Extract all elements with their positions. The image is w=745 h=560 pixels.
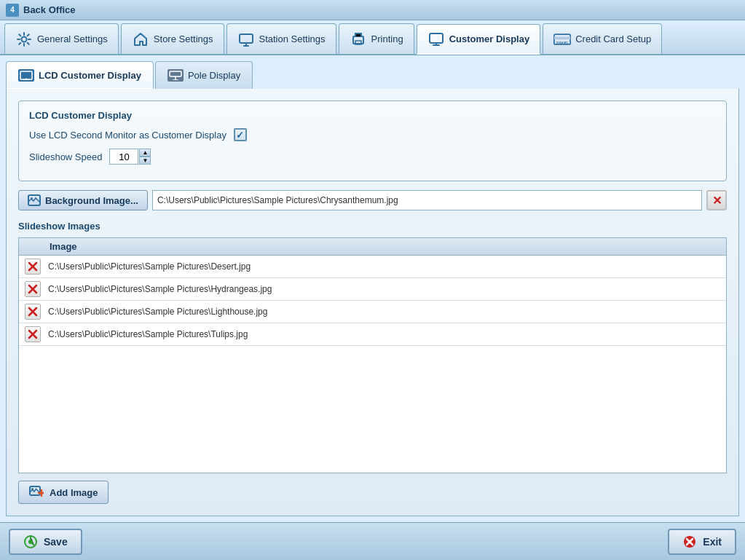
tab-customer-display-label: Customer Display [449, 33, 530, 44]
svg-rect-2 [353, 36, 363, 44]
svg-rect-3 [355, 41, 361, 44]
add-image-icon [29, 486, 44, 499]
tab-store-label: Store Settings [154, 33, 213, 44]
table-row: C:\Users\Public\Pictures\Sample Pictures… [19, 278, 726, 301]
exit-button[interactable]: Exit [668, 529, 736, 555]
app-title: Back Office [23, 4, 76, 15]
svg-text:MC: MC [564, 41, 569, 44]
monitor-icon [427, 31, 445, 48]
add-image-label: Add Image [50, 487, 98, 498]
sub-tab-pole[interactable]: Pole Display [155, 61, 253, 89]
save-label: Save [44, 536, 68, 548]
slideshow-speed-spinbox: 10 ▲ ▼ [109, 149, 151, 165]
tab-general-settings[interactable]: General Settings [4, 23, 119, 54]
svg-point-18 [28, 540, 33, 544]
tab-station-label: Station Settings [259, 33, 326, 44]
row-path-2: C:\Users\Public\Pictures\Sample Pictures… [48, 307, 267, 317]
svg-point-0 [22, 36, 27, 42]
delete-x-icon [28, 261, 38, 272]
lcd-icon [18, 69, 34, 82]
slideshow-speed-label: Slideshow Speed [29, 151, 102, 162]
gear-icon [15, 31, 33, 48]
background-image-row: Background Image... ✕ [18, 190, 727, 210]
content-area: LCD Customer Display Pole Display LCD Cu… [0, 55, 745, 522]
lcd-checkbox-row: Use LCD Second Monitor as Customer Displ… [29, 128, 716, 141]
lcd-checkbox-label: Use LCD Second Monitor as Customer Displ… [29, 130, 226, 141]
delete-row-button-0[interactable] [25, 259, 41, 275]
exit-label: Exit [703, 536, 722, 548]
save-icon [23, 535, 38, 549]
lcd-checkbox[interactable] [234, 128, 247, 141]
tab-credit-card-label: Credit Card Setup [575, 33, 651, 44]
sub-tabs: LCD Customer Display Pole Display [6, 61, 739, 89]
add-image-button[interactable]: Add Image [18, 481, 109, 504]
delete-x-icon [28, 307, 38, 317]
tab-store-settings[interactable]: Store Settings [121, 23, 224, 54]
nav-tabs: General Settings Store Settings Station … [0, 20, 745, 55]
image-icon [28, 194, 41, 206]
svg-rect-6 [554, 36, 570, 39]
table-row: C:\Users\Public\Pictures\Sample Pictures… [19, 256, 726, 278]
save-button[interactable]: Save [9, 529, 82, 555]
slideshow-table-body: C:\Users\Public\Pictures\Sample Pictures… [19, 256, 726, 460]
sub-tab-lcd[interactable]: LCD Customer Display [6, 61, 154, 89]
tab-credit-card-setup[interactable]: VISAMC Credit Card Setup [543, 23, 662, 54]
station-icon [237, 31, 255, 48]
table-header: Image [19, 238, 726, 256]
spinbox-down[interactable]: ▼ [139, 157, 151, 165]
table-row: C:\Users\Public\Pictures\Sample Pictures… [19, 301, 726, 323]
main-panel: LCD Customer Display Use LCD Second Moni… [6, 89, 739, 516]
sub-tab-pole-label: Pole Display [188, 70, 240, 81]
row-path-0: C:\Users\Public\Pictures\Sample Pictures… [48, 261, 251, 272]
printer-icon [350, 31, 367, 48]
delete-x-icon [28, 329, 38, 339]
table-row: C:\Users\Public\Pictures\Sample Pictures… [19, 323, 726, 346]
x-icon: ✕ [712, 194, 722, 208]
delete-x-icon [28, 284, 38, 294]
image-column-header: Image [25, 241, 77, 252]
slideshow-table: Image C:\Users\Public\Pictures\Sample Pi… [18, 237, 727, 473]
clear-background-button[interactable]: ✕ [706, 190, 727, 210]
svg-rect-4 [430, 33, 443, 43]
bottom-bar: Save Exit [0, 522, 745, 560]
title-bar: 4 Back Office [0, 0, 745, 20]
pole-icon [167, 69, 184, 82]
house-icon [132, 31, 149, 48]
tab-general-label: General Settings [37, 33, 108, 44]
slideshow-speed-input[interactable]: 10 [109, 149, 138, 165]
background-image-path[interactable] [152, 190, 702, 210]
lcd-section: LCD Customer Display Use LCD Second Moni… [18, 100, 727, 181]
tab-printing-label: Printing [371, 33, 403, 44]
row-path-3: C:\Users\Public\Pictures\Sample Pictures… [48, 329, 248, 339]
delete-row-button-3[interactable] [25, 326, 41, 342]
creditcard-icon: VISAMC [553, 31, 571, 48]
delete-row-button-1[interactable] [25, 281, 41, 297]
exit-icon [682, 535, 697, 549]
svg-rect-10 [170, 71, 181, 76]
svg-text:VISA: VISA [556, 41, 564, 44]
delete-row-button-2[interactable] [25, 304, 41, 320]
lcd-section-title: LCD Customer Display [29, 110, 716, 121]
spinbox-up[interactable]: ▲ [139, 149, 151, 157]
background-image-button[interactable]: Background Image... [18, 190, 148, 210]
background-image-label: Background Image... [45, 195, 138, 206]
spinbox-buttons: ▲ ▼ [139, 149, 151, 165]
app-icon: 4 [6, 4, 19, 17]
sub-tab-lcd-label: LCD Customer Display [39, 70, 141, 81]
tab-station-settings[interactable]: Station Settings [226, 23, 336, 54]
tab-customer-display[interactable]: Customer Display [417, 24, 541, 55]
svg-rect-1 [240, 34, 253, 43]
tab-printing[interactable]: Printing [339, 23, 414, 54]
slideshow-speed-row: Slideshow Speed 10 ▲ ▼ [29, 149, 716, 165]
row-path-1: C:\Users\Public\Pictures\Sample Pictures… [48, 284, 272, 294]
slideshow-images-title: Slideshow Images [18, 221, 727, 232]
